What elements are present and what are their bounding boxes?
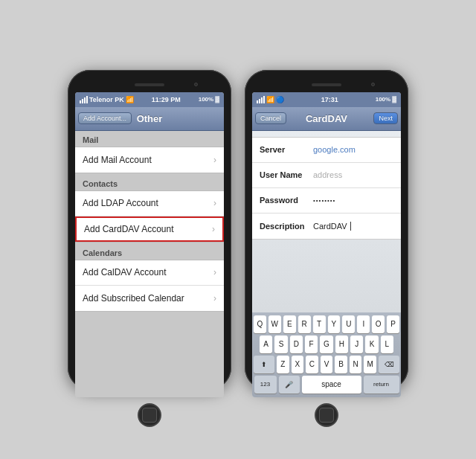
key-p[interactable]: P [387,315,399,333]
key-row-3: ⬆ Z X C V B N M ⌫ [254,356,399,373]
calendars-list: Add CalDAV Account › Add Subscribed Cale… [75,260,224,312]
speaker-grille-2 [312,83,341,86]
server-row[interactable]: Server google.com [252,138,401,163]
key-q[interactable]: Q [254,315,266,333]
key-row-4: 123 🎤 space return [254,376,399,394]
key-a[interactable]: A [260,336,272,353]
key-r[interactable]: R [298,315,311,333]
phone-1-bottom [75,397,224,433]
time-2: 17:31 [321,96,338,103]
nav-bar-1: Add Account... Other [75,107,224,131]
wifi-icon-1: 📶 [126,96,134,103]
space-key[interactable]: space [302,376,361,394]
home-button-inner-1 [142,408,157,423]
status-bar-right-1: 100% ▓ [199,96,219,103]
add-ldap-item[interactable]: Add LDAP Account › [75,191,224,216]
bar1-2 [257,100,258,103]
status-bar-2: 📶 🔵 17:31 100% ▓ [252,92,401,107]
key-k[interactable]: K [365,336,378,353]
key-x[interactable]: X [292,356,304,373]
delete-key[interactable]: ⌫ [379,356,399,373]
key-row-1: Q W E R T Y U I O P [254,315,399,333]
battery-1: 100% [199,96,213,103]
return-key[interactable]: return [364,376,399,394]
mic-key[interactable]: 🎤 [279,376,300,394]
signal-bars-2 [257,96,265,103]
key-w[interactable]: W [268,315,281,333]
key-g[interactable]: G [320,336,332,353]
username-label: User Name [260,170,313,179]
nav-title-1: Other [137,113,163,124]
contacts-list: Add LDAP Account › Add CardDAV Account › [75,190,224,243]
back-button-1[interactable]: Add Account... [78,112,132,124]
key-j[interactable]: J [350,336,363,353]
key-s[interactable]: S [274,336,287,353]
key-c[interactable]: C [306,356,318,373]
key-d[interactable]: D [290,336,303,353]
key-l[interactable]: L [381,336,393,353]
phone-2-top [252,77,401,92]
username-value: address [313,170,393,179]
phone-1: Telenor PK 📶 11:29 PM 100% ▓ Add Account… [68,70,231,390]
time-1: 11:29 PM [152,96,181,103]
number-key[interactable]: 123 [254,376,277,394]
status-bar-left-1: Telenor PK 📶 [80,96,134,103]
next-button[interactable]: Next [373,112,398,124]
home-button-1[interactable] [138,403,161,427]
key-z[interactable]: Z [277,356,289,373]
key-v[interactable]: V [321,356,333,373]
phone-1-screen: Telenor PK 📶 11:29 PM 100% ▓ Add Account… [75,92,224,397]
add-mail-account-item[interactable]: Add Mail Account › [75,147,224,173]
key-e[interactable]: E [283,315,296,333]
nav-title-2: CardDAV [306,113,347,124]
password-label: Password [260,196,313,205]
description-row[interactable]: Description CardDAV [252,214,401,239]
add-mail-label: Add Mail Account [83,155,152,165]
key-f[interactable]: F [305,336,318,353]
chevron-icon-caldav: › [213,267,216,277]
chevron-icon-subscribed: › [213,293,216,304]
key-b[interactable]: B [335,356,347,373]
bar3-2 [261,97,263,103]
battery-icon-2: ▓ [392,96,396,103]
carrier-1: Telenor PK [89,96,124,103]
server-value: google.com [313,145,393,154]
cancel-button[interactable]: Cancel [255,112,286,124]
key-u[interactable]: U [342,315,355,333]
password-row[interactable]: Password •••••••• [252,188,401,214]
form-group: Server google.com User Name address Pass… [252,137,401,240]
carddav-form: Server google.com User Name address Pass… [252,131,401,397]
shift-key[interactable]: ⬆ [254,356,274,373]
key-h[interactable]: H [335,336,348,353]
mail-list: Add Mail Account › [75,147,224,173]
username-row[interactable]: User Name address [252,163,401,188]
speaker-grille [135,83,164,86]
add-caldav-item[interactable]: Add CalDAV Account › [75,260,224,286]
key-o[interactable]: O [372,315,385,333]
bar2 [82,99,83,103]
server-label: Server [260,145,313,154]
key-row-2: A S D F G H J K L [254,336,399,353]
add-subscribed-item[interactable]: Add Subscribed Calendar › [75,286,224,311]
battery-icon-1: ▓ [215,96,219,103]
description-value: CardDAV [313,222,393,231]
status-bar-1: Telenor PK 📶 11:29 PM 100% ▓ [75,92,224,107]
phones-container: Telenor PK 📶 11:29 PM 100% ▓ Add Account… [68,70,408,390]
camera-dot [194,83,198,86]
phone-1-top [75,77,224,92]
bar2-2 [259,99,260,103]
add-carddav-item[interactable]: Add CardDAV Account › [75,216,224,242]
home-button-2[interactable] [315,403,338,427]
section-contacts-header: Contacts [75,175,224,190]
home-button-inner-2 [319,408,334,423]
chevron-icon-mail: › [213,155,216,165]
key-n[interactable]: N [350,356,362,373]
key-t[interactable]: T [313,315,326,333]
description-label: Description [260,222,313,231]
key-y[interactable]: Y [328,315,341,333]
phone-2-bottom [252,397,401,433]
keyboard: Q W E R T Y U I O P A S D [252,312,401,397]
status-bar-left-2: 📶 🔵 [257,96,284,103]
key-m[interactable]: M [364,356,376,373]
key-i[interactable]: I [357,315,370,333]
